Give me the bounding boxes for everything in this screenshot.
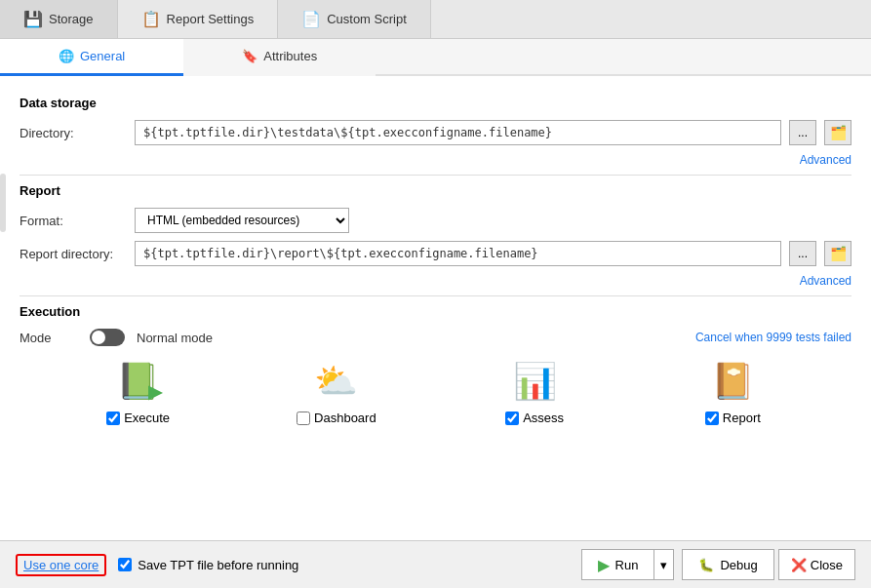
report-settings-icon: 📋 [141,10,161,28]
tab-report-settings[interactable]: 📋 Report Settings [118,0,279,38]
directory-icon-browse-button[interactable]: 🗂️ [824,120,851,145]
assess-icon-box: 📊 [507,358,562,405]
report-dir-label: Report directory: [20,247,127,261]
close-button[interactable]: ❌ Close [778,549,855,580]
tab-storage[interactable]: 💾 Storage [0,0,118,38]
data-storage-advanced-link[interactable]: Advanced [20,153,851,167]
run-button[interactable]: ▶ Run [581,549,655,580]
tab-attributes-label: Attributes [263,49,317,63]
bottom-bar: Use one core Save TPT file before runnin… [0,540,871,588]
main-content: Data storage Directory: ... 🗂️ Advanced … [0,76,871,540]
directory-row: Directory: ... 🗂️ [20,120,851,145]
run-label: Run [615,558,639,572]
debug-label: Debug [720,558,757,572]
mode-value: Normal mode [137,331,213,345]
execute-check-row: Execute [106,411,170,425]
tab-general-label: General [80,49,125,63]
drag-handle[interactable] [0,174,6,232]
format-row: Format: HTML (embedded resources) HTML P… [20,208,851,233]
close-icon: ❌ [791,558,807,572]
execute-icon-box: 📗 ▶ [111,358,166,405]
action-assess: 📊 Assess [486,358,583,425]
save-tpt-checkbox[interactable] [118,558,132,571]
assess-checkbox[interactable] [505,412,519,425]
mode-toggle[interactable] [90,329,125,346]
debug-button[interactable]: 🐛 Debug [682,549,773,580]
general-icon: 🌐 [59,49,74,63]
report-check-row: Report [705,411,761,425]
format-label: Format: [20,214,127,228]
tab-report-settings-label: Report Settings [167,12,255,26]
tab-general[interactable]: 🌐 General [0,39,183,76]
close-label: Close [811,558,843,572]
use-one-core-link[interactable]: Use one core [16,554,106,576]
tab-custom-script[interactable]: 📄 Custom Script [278,0,431,38]
execute-checkbox[interactable] [106,412,120,425]
execution-section-title: Execution [20,304,851,319]
top-tab-bar: 💾 Storage 📋 Report Settings 📄 Custom Scr… [0,0,871,39]
custom-script-icon: 📄 [301,10,321,28]
secondary-tab-bar: 🌐 General 🔖 Attributes [0,39,871,76]
tab-custom-script-label: Custom Script [327,12,407,26]
directory-input[interactable] [135,120,781,145]
report-label: Report [723,411,761,425]
action-report: 📔 Report [684,358,781,425]
directory-browse-button[interactable]: ... [789,120,816,145]
action-execute: 📗 ▶ Execute [90,358,187,425]
tab-attributes[interactable]: 🔖 Attributes [183,39,376,76]
action-icons-row: 📗 ▶ Execute ⛅ Dashboard [20,358,851,425]
assess-check-row: Assess [505,411,564,425]
dashboard-icon-box: ⛅ [309,358,364,405]
dashboard-checkbox[interactable] [297,412,310,425]
report-section-title: Report [20,183,851,198]
toggle-knob [92,331,105,344]
run-split-button[interactable]: ▾ [654,549,674,580]
report-icon-box: 📔 [705,358,760,405]
attributes-icon: 🔖 [242,49,257,63]
report-dir-input[interactable] [135,241,781,266]
report-advanced-link[interactable]: Advanced [20,274,851,288]
dashboard-check-row: Dashboard [297,411,376,425]
report-dir-row: Report directory: ... 🗂️ [20,241,851,266]
format-select[interactable]: HTML (embedded resources) HTML PDF XML [135,208,349,233]
data-storage-section-title: Data storage [20,96,851,110]
mode-row: Mode Normal mode Cancel when 9999 tests … [20,329,851,346]
directory-label: Directory: [20,126,127,140]
action-dashboard: ⛅ Dashboard [288,358,385,425]
report-dir-browse-button[interactable]: ... [789,241,816,266]
report-checkbox[interactable] [705,412,719,425]
tab-storage-label: Storage [49,12,94,26]
save-check-row: Save TPT file before running [118,558,298,572]
execute-label: Execute [124,411,170,425]
cancel-when-link[interactable]: Cancel when 9999 tests failed [695,331,851,344]
dashboard-label: Dashboard [314,411,376,425]
save-tpt-label: Save TPT file before running [138,558,298,572]
assess-label: Assess [523,411,564,425]
debug-icon: 🐛 [698,558,714,572]
report-dir-icon-browse-button[interactable]: 🗂️ [824,241,851,266]
mode-label: Mode [20,331,78,345]
run-icon: ▶ [598,556,610,574]
storage-icon: 💾 [23,10,43,28]
main-window: 💾 Storage 📋 Report Settings 📄 Custom Scr… [0,0,871,588]
